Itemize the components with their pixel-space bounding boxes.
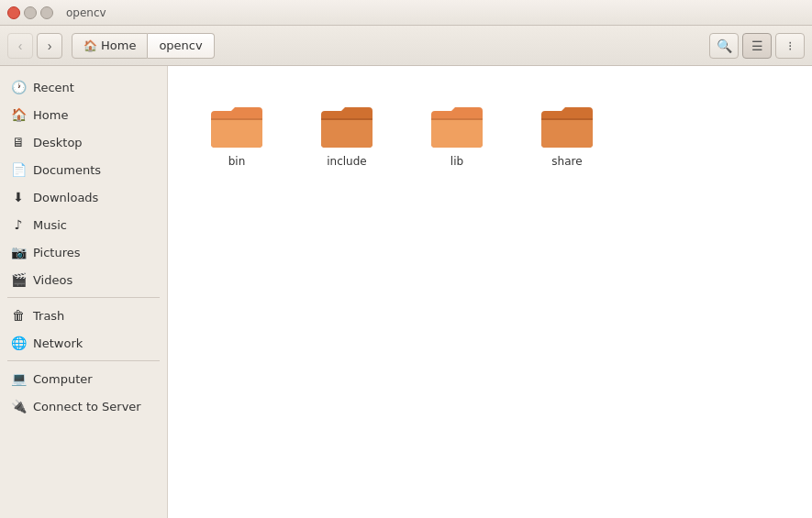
sidebar-separator-2 xyxy=(7,360,160,361)
window-controls xyxy=(7,6,53,19)
sidebar: 🕐 Recent 🏠 Home 🖥 Desktop 📄 Documents ⬇ … xyxy=(0,66,168,518)
sidebar-separator-1 xyxy=(7,297,160,298)
network-icon: 🌐 xyxy=(11,336,26,350)
search-button[interactable]: 🔍 xyxy=(709,33,739,59)
trash-icon: 🗑 xyxy=(11,308,26,323)
documents-icon: 📄 xyxy=(11,162,26,177)
sidebar-item-desktop[interactable]: 🖥 Desktop xyxy=(0,128,167,156)
home-sidebar-icon: 🏠 xyxy=(11,107,26,122)
sidebar-item-computer[interactable]: 💻 Computer xyxy=(0,365,167,392)
opencv-tab-label: opencv xyxy=(159,39,202,52)
close-button[interactable] xyxy=(7,6,20,19)
folder-share-icon xyxy=(538,102,596,149)
folder-include[interactable]: include xyxy=(296,84,397,185)
downloads-icon: ⬇ xyxy=(11,190,26,204)
sidebar-label-trash: Trash xyxy=(33,309,64,323)
folder-share[interactable]: share xyxy=(517,84,617,185)
folder-bin[interactable]: bin xyxy=(186,84,287,185)
sidebar-label-recent: Recent xyxy=(33,81,74,94)
back-icon: ‹ xyxy=(18,39,23,53)
grid-view-button[interactable]: ⁝ xyxy=(775,33,805,59)
folder-lib-icon xyxy=(428,102,486,149)
folder-include-icon xyxy=(317,102,376,149)
sidebar-label-desktop: Desktop xyxy=(33,136,83,149)
list-view-icon: ☰ xyxy=(751,39,763,53)
sidebar-item-connect[interactable]: 🔌 Connect to Server xyxy=(0,392,167,420)
sidebar-item-network[interactable]: 🌐 Network xyxy=(0,329,167,357)
folder-lib-label: lib xyxy=(450,155,463,168)
forward-button[interactable]: › xyxy=(37,33,62,59)
computer-icon: 💻 xyxy=(11,371,26,386)
titlebar: opencv xyxy=(0,0,812,26)
desktop-icon: 🖥 xyxy=(11,135,26,149)
back-button[interactable]: ‹ xyxy=(7,33,33,59)
pictures-icon: 📷 xyxy=(11,245,26,259)
sidebar-item-pictures[interactable]: 📷 Pictures xyxy=(0,238,167,266)
list-view-button[interactable]: ☰ xyxy=(742,33,772,59)
folder-lib[interactable]: lib xyxy=(406,84,507,185)
sidebar-label-downloads: Downloads xyxy=(33,191,98,204)
forward-icon: › xyxy=(48,39,52,53)
sidebar-label-connect: Connect to Server xyxy=(33,400,141,413)
sidebar-label-home: Home xyxy=(33,108,68,122)
breadcrumb: 🏠 Home opencv xyxy=(72,33,387,59)
toolbar: ‹ › 🏠 Home opencv 🔍 ☰ ⁝ xyxy=(0,26,812,66)
sidebar-label-videos: Videos xyxy=(33,273,72,287)
sidebar-item-videos[interactable]: 🎬 Videos xyxy=(0,266,167,293)
sidebar-label-music: Music xyxy=(33,218,67,232)
sidebar-item-downloads[interactable]: ⬇ Downloads xyxy=(0,183,167,211)
folder-share-label: share xyxy=(551,155,582,168)
toolbar-right: 🔍 ☰ ⁝ xyxy=(709,33,805,59)
home-icon: 🏠 xyxy=(83,39,97,52)
sidebar-label-computer: Computer xyxy=(33,372,93,386)
main-layout: 🕐 Recent 🏠 Home 🖥 Desktop 📄 Documents ⬇ … xyxy=(0,66,812,518)
search-icon: 🔍 xyxy=(717,39,732,53)
breadcrumb-home[interactable]: 🏠 Home xyxy=(72,33,148,59)
maximize-button[interactable] xyxy=(40,6,53,19)
file-area: bin include lib xyxy=(168,66,812,518)
minimize-button[interactable] xyxy=(24,6,37,19)
folder-include-label: include xyxy=(327,155,366,168)
sidebar-label-network: Network xyxy=(33,336,83,350)
sidebar-item-recent[interactable]: 🕐 Recent xyxy=(0,73,167,101)
folder-bin-label: bin xyxy=(228,155,246,168)
sidebar-item-music[interactable]: ♪ Music xyxy=(0,211,167,238)
window-title: opencv xyxy=(66,6,106,19)
sidebar-label-pictures: Pictures xyxy=(33,246,80,259)
music-icon: ♪ xyxy=(11,217,26,232)
folder-bin-icon xyxy=(207,102,266,149)
sidebar-label-documents: Documents xyxy=(33,163,101,177)
sidebar-item-home[interactable]: 🏠 Home xyxy=(0,101,167,128)
breadcrumb-opencv[interactable]: opencv xyxy=(148,33,214,59)
recent-icon: 🕐 xyxy=(11,80,26,94)
videos-icon: 🎬 xyxy=(11,272,26,287)
grid-view-icon: ⁝ xyxy=(788,39,792,53)
connect-icon: 🔌 xyxy=(11,399,26,413)
sidebar-item-documents[interactable]: 📄 Documents xyxy=(0,156,167,183)
home-tab-label: Home xyxy=(101,39,136,52)
sidebar-item-trash[interactable]: 🗑 Trash xyxy=(0,302,167,329)
